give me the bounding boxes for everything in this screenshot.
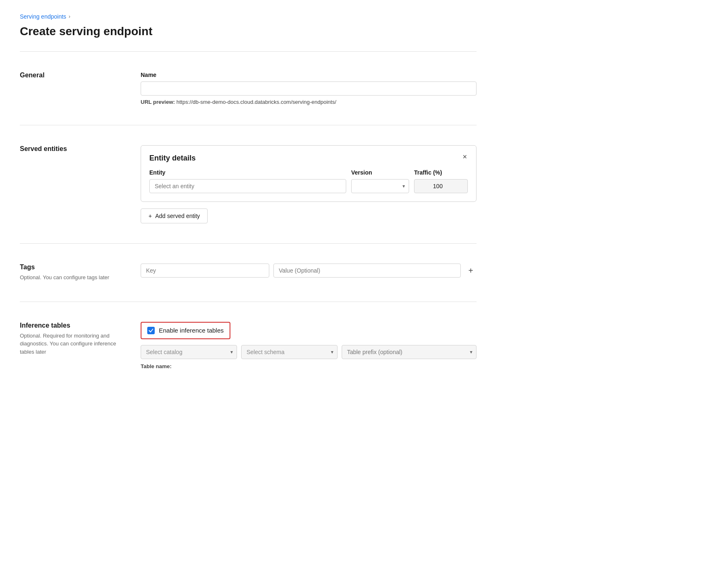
tags-label: Tags — [20, 264, 127, 271]
table-name-row: Table name: — [141, 363, 477, 369]
version-field-col: Version — [351, 169, 409, 193]
served-entities-content: Entity details × Entity Version — [141, 145, 477, 223]
enable-inference-checkbox[interactable] — [147, 327, 155, 334]
url-preview-label: URL preview: — [141, 99, 175, 105]
enable-inference-label: Enable inference tables — [159, 327, 224, 334]
version-select-wrapper — [351, 179, 409, 193]
entity-col-label: Entity — [149, 169, 346, 176]
enable-inference-checkbox-row[interactable]: Enable inference tables — [141, 322, 230, 339]
version-col-label: Version — [351, 169, 409, 176]
table-prefix-input[interactable] — [342, 345, 477, 359]
breadcrumb-link[interactable]: Serving endpoints — [20, 13, 66, 20]
schema-select[interactable]: Select schema — [241, 345, 338, 359]
entity-field-col: Entity — [149, 169, 346, 193]
general-section: General Name URL preview: https://db-sme… — [20, 62, 477, 115]
tag-add-button[interactable]: + — [465, 265, 477, 276]
section-divider-served-entities — [20, 125, 477, 125]
section-divider-tags — [20, 243, 477, 244]
schema-select-wrapper: Select schema — [241, 345, 338, 359]
add-entity-plus-icon: + — [148, 213, 152, 219]
general-label: General — [20, 72, 127, 79]
inference-dropdowns-row: Select catalog Select schema — [141, 345, 477, 359]
add-entity-label: Add served entity — [155, 213, 200, 219]
inference-tables-section: Inference tables Optional. Required for … — [20, 312, 477, 379]
tags-label-col: Tags Optional. You can configure tags la… — [20, 264, 127, 282]
url-preview-value: https://db-sme-demo-docs.cloud.databrick… — [176, 99, 336, 105]
entity-card-close-button[interactable]: × — [460, 152, 469, 161]
breadcrumb: Serving endpoints › — [20, 13, 477, 20]
section-divider-general — [20, 51, 477, 52]
served-entities-section: Served entities Entity details × Entity … — [20, 135, 477, 233]
page-title: Create serving endpoint — [20, 25, 477, 38]
catalog-select[interactable]: Select catalog — [141, 345, 237, 359]
section-divider-inference — [20, 302, 477, 302]
tag-value-input[interactable] — [273, 264, 461, 278]
version-select[interactable] — [351, 179, 409, 193]
tags-input-row: + — [141, 264, 477, 278]
traffic-input[interactable] — [414, 179, 468, 193]
breadcrumb-chevron-icon: › — [69, 14, 70, 19]
tags-section: Tags Optional. You can configure tags la… — [20, 254, 477, 292]
inference-content: Enable inference tables Select catalog S… — [141, 322, 477, 369]
name-field-label: Name — [141, 72, 477, 78]
inference-sublabel: Optional. Required for monitoring and di… — [20, 332, 127, 356]
entity-select-input[interactable] — [149, 179, 346, 193]
general-section-label-col: General — [20, 72, 127, 105]
url-preview: URL preview: https://db-sme-demo-docs.cl… — [141, 99, 477, 105]
served-entities-label-col: Served entities — [20, 145, 127, 223]
tag-key-input[interactable] — [141, 264, 269, 278]
tags-sublabel: Optional. You can configure tags later — [20, 273, 127, 282]
traffic-field-col: Traffic (%) — [414, 169, 468, 193]
entity-details-card: Entity details × Entity Version — [141, 145, 477, 202]
traffic-col-label: Traffic (%) — [414, 169, 468, 176]
entity-fields-row: Entity Version Traffic (%) — [149, 169, 468, 193]
general-content: Name URL preview: https://db-sme-demo-do… — [141, 72, 477, 105]
table-prefix-wrapper — [342, 345, 477, 359]
name-input[interactable] — [141, 81, 477, 96]
entity-card-title: Entity details — [149, 154, 468, 163]
served-entities-label: Served entities — [20, 145, 127, 153]
add-served-entity-button[interactable]: + Add served entity — [141, 208, 208, 223]
catalog-select-wrapper: Select catalog — [141, 345, 237, 359]
inference-label: Inference tables — [20, 322, 127, 329]
table-name-label: Table name: — [141, 363, 172, 369]
inference-label-col: Inference tables Optional. Required for … — [20, 322, 127, 369]
tags-content: + — [141, 264, 477, 282]
